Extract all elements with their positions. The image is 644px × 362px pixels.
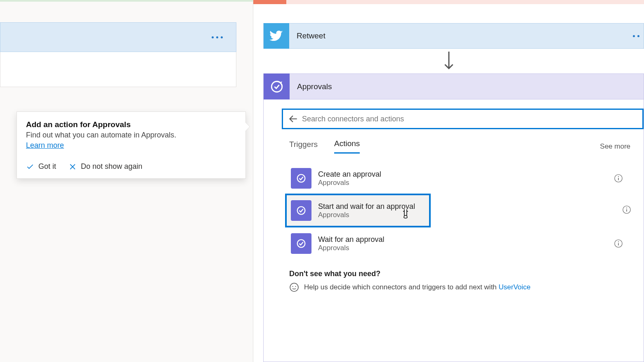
left-panel: Add an action for Approvals Find out wha… [0, 0, 253, 362]
svg-point-9 [618, 241, 619, 242]
action-title: Start and wait for an approval [318, 202, 415, 211]
accent-strip [253, 0, 286, 4]
info-icon[interactable] [622, 205, 631, 214]
tab-actions[interactable]: Actions [334, 139, 360, 154]
callout-desc: Find out what you can automate in Approv… [26, 131, 236, 140]
svg-point-4 [297, 207, 305, 215]
arrow-down-icon [443, 52, 455, 71]
callout-learn-more-link[interactable]: Learn more [26, 141, 64, 149]
retweet-label: Retweet [297, 31, 326, 40]
uservoice-link[interactable]: UserVoice [499, 283, 531, 291]
donotshow-button[interactable]: Do not show again [68, 162, 142, 171]
back-icon[interactable] [287, 113, 300, 125]
info-icon[interactable] [614, 174, 623, 183]
approvals-icon [291, 200, 311, 221]
svg-point-10 [290, 283, 298, 291]
right-panel: Retweet Approvals Triggers Actions See m… [253, 0, 644, 362]
action-create-approval[interactable]: Create an approval Approvals [287, 163, 627, 194]
check-icon [26, 163, 34, 171]
action-wait-approval[interactable]: Wait for an approval Approvals [287, 228, 627, 259]
more-icon[interactable] [212, 36, 223, 38]
search-box[interactable] [282, 109, 644, 129]
tab-triggers[interactable]: Triggers [289, 140, 318, 153]
prev-card[interactable] [0, 22, 236, 52]
search-input[interactable] [302, 115, 638, 123]
approvals-label: Approvals [297, 82, 332, 91]
svg-point-11 [292, 286, 293, 287]
help-text: Help us decide which connectors and trig… [304, 283, 499, 291]
action-sub: Approvals [318, 211, 415, 219]
prev-card-body [0, 52, 236, 87]
gotit-label: Got it [38, 162, 56, 171]
svg-point-7 [297, 240, 305, 248]
close-icon [68, 163, 77, 171]
top-strip [0, 0, 253, 2]
approvals-card-header[interactable]: Approvals [263, 73, 644, 99]
donotshow-label: Do not show again [81, 162, 142, 171]
action-sub: Approvals [318, 179, 381, 187]
twitter-icon [264, 23, 289, 49]
help-footer: Don't see what you need? Help us decide … [289, 270, 627, 292]
action-sub: Approvals [318, 244, 384, 252]
svg-point-12 [295, 286, 296, 287]
action-start-wait-approval[interactable]: Start and wait for an approval Approvals [287, 195, 429, 226]
svg-point-1 [297, 175, 305, 182]
svg-point-3 [618, 176, 619, 177]
teaching-callout: Add an action for Approvals Find out wha… [17, 111, 246, 179]
approvals-icon [291, 233, 311, 254]
approvals-icon [264, 73, 290, 99]
retweet-card[interactable]: Retweet [263, 23, 644, 49]
action-title: Wait for an approval [318, 235, 384, 244]
accent-strip-light [286, 0, 644, 4]
svg-point-6 [626, 208, 627, 208]
action-list: Create an approval Approvals Start and w… [287, 163, 627, 259]
more-icon[interactable] [633, 35, 639, 37]
gotit-button[interactable]: Got it [26, 162, 56, 171]
tabs: Triggers Actions See more [289, 139, 644, 154]
info-icon[interactable] [614, 239, 623, 248]
see-more-link[interactable]: See more [600, 142, 630, 151]
action-picker: Triggers Actions See more Create an appr… [263, 99, 644, 362]
approvals-icon [291, 168, 311, 189]
smiley-icon [289, 282, 299, 292]
callout-title: Add an action for Approvals [26, 120, 236, 129]
help-title: Don't see what you need? [289, 270, 627, 278]
action-title: Create an approval [318, 170, 381, 179]
